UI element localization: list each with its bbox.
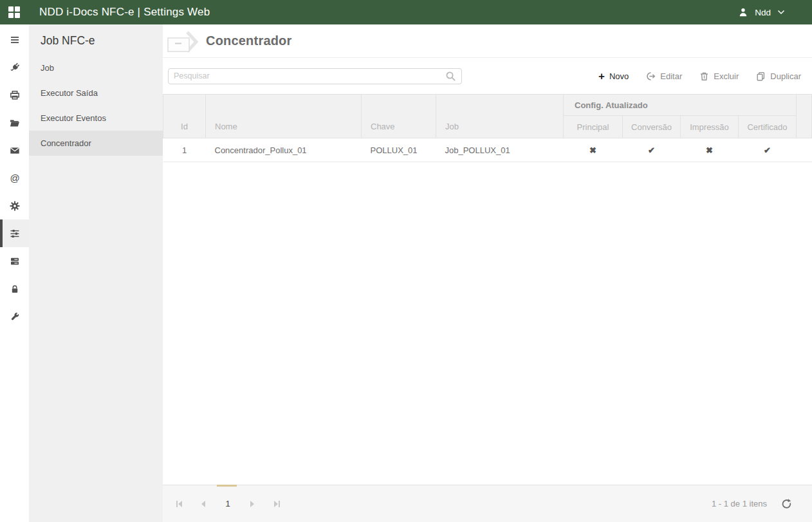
wrench-icon: [10, 312, 20, 322]
novo-button[interactable]: + Novo: [598, 71, 629, 82]
menu-icon: [10, 35, 20, 45]
sliders-icon: [10, 228, 20, 239]
duplicar-button[interactable]: Duplicar: [756, 71, 801, 81]
printer-icon: [10, 90, 20, 100]
folder-open-icon: [10, 118, 20, 128]
plus-icon: +: [598, 71, 605, 82]
sidebar-title: Job NFC-e: [29, 24, 163, 55]
first-page-icon: [176, 501, 182, 507]
copy-icon: [756, 71, 766, 81]
search-box: [168, 68, 462, 84]
action-buttons: + Novo Editar: [598, 71, 801, 82]
next-page-icon: [250, 501, 254, 507]
mail-icon: [10, 145, 20, 156]
sidebar-item-executor-saida[interactable]: Executor Saída: [29, 80, 163, 106]
column-group-config-atualizado: Config. Atualizado: [564, 95, 797, 116]
cell-filler: [797, 138, 812, 162]
last-page-button[interactable]: [268, 496, 285, 512]
app-window: NDD i-Docs NFC-e | Settings Web Ndd: [0, 0, 812, 522]
svg-text:@: @: [10, 172, 19, 183]
empty-grid-area: [163, 162, 812, 485]
cell-nome: Concentrador_Pollux_01: [206, 138, 362, 162]
sidebar-item-job[interactable]: Job: [29, 55, 163, 80]
rail-item-lock[interactable]: [0, 275, 29, 303]
next-page-button[interactable]: [244, 496, 261, 512]
icon-rail: @: [0, 24, 29, 522]
page-header: Concentrador: [163, 24, 812, 58]
concentrador-grid: Id Nome Chave Job Config. Atualizado Pri…: [163, 94, 812, 162]
plug-icon: [10, 62, 20, 73]
search-input[interactable]: [174, 71, 445, 80]
user-icon: [738, 7, 748, 17]
column-header-filler: [797, 95, 812, 138]
rail-item-plug[interactable]: [0, 53, 29, 81]
rail-item-gear[interactable]: [0, 192, 29, 219]
cell-chave: POLLUX_01: [362, 138, 436, 162]
cell-conversao-mark: ✔: [623, 138, 681, 162]
last-page-icon: [274, 501, 280, 507]
breadcrumb-box-icon: [167, 28, 198, 54]
topbar: NDD i-Docs NFC-e | Settings Web Ndd: [0, 0, 812, 24]
column-header-nome[interactable]: Nome: [206, 95, 362, 138]
first-page-button[interactable]: [171, 496, 187, 512]
sidebar: Job NFC-e Job Executor Saída Executor Ev…: [29, 24, 163, 522]
column-header-principal[interactable]: Principal: [564, 116, 623, 138]
search-icon[interactable]: [445, 71, 456, 82]
column-header-conversao[interactable]: Conversão: [623, 116, 681, 138]
pager: 1 1 - 1 de 1 itens: [163, 485, 812, 522]
column-header-chave[interactable]: Chave: [362, 95, 436, 138]
cell-job: Job_POLLUX_01: [436, 138, 564, 162]
at-sign-icon: @: [9, 172, 21, 184]
column-header-certificado[interactable]: Certificado: [739, 116, 797, 138]
column-header-impressao[interactable]: Impressão: [681, 116, 739, 138]
app-title: NDD i-Docs NFC-e | Settings Web: [39, 6, 210, 19]
page-number-1[interactable]: 1: [219, 496, 236, 512]
refresh-button[interactable]: [781, 498, 793, 510]
rail-item-at[interactable]: @: [0, 164, 29, 192]
trash-icon: [699, 71, 709, 81]
lock-icon: [10, 284, 20, 294]
sidebar-item-executor-eventos[interactable]: Executor Eventos: [29, 106, 163, 131]
cell-certificado-mark: ✔: [739, 138, 797, 162]
sidebar-item-concentrador[interactable]: Concentrador: [29, 131, 163, 156]
main-content: Concentrador + Novo: [163, 24, 812, 522]
table-row[interactable]: 1 Concentrador_Pollux_01 POLLUX_01 Job_P…: [163, 138, 812, 162]
edit-arrow-icon: [646, 71, 656, 81]
previous-page-icon: [201, 501, 205, 507]
rail-item-sliders[interactable]: [0, 219, 29, 247]
queue-icon: [10, 256, 20, 266]
column-header-id[interactable]: Id: [163, 95, 206, 138]
toolbar: + Novo Editar: [163, 58, 812, 94]
rail-item-wrench[interactable]: [0, 303, 29, 330]
selected-page-indicator: [217, 485, 237, 487]
app-grid-icon: [8, 6, 20, 18]
previous-page-button[interactable]: [195, 496, 212, 512]
editar-button[interactable]: Editar: [646, 71, 682, 81]
cell-principal-mark: ✖: [564, 138, 623, 162]
rail-item-menu[interactable]: [0, 26, 29, 53]
rail-item-mail[interactable]: [0, 136, 29, 164]
pager-summary: 1 - 1 de 1 itens: [712, 499, 767, 508]
page-title: Concentrador: [206, 33, 292, 48]
user-name: Ndd: [755, 8, 771, 17]
chevron-down-icon: [777, 10, 785, 15]
rail-item-queue[interactable]: [0, 247, 29, 275]
excluir-button[interactable]: Excluir: [699, 71, 739, 81]
rail-item-printer[interactable]: [0, 81, 29, 109]
column-header-job[interactable]: Job: [436, 95, 564, 138]
refresh-icon: [781, 498, 793, 510]
gear-icon: [10, 201, 20, 211]
cell-impressao-mark: ✖: [681, 138, 739, 162]
rail-item-folder[interactable]: [0, 109, 29, 136]
user-menu[interactable]: Ndd: [738, 7, 785, 17]
cell-id: 1: [163, 138, 206, 162]
